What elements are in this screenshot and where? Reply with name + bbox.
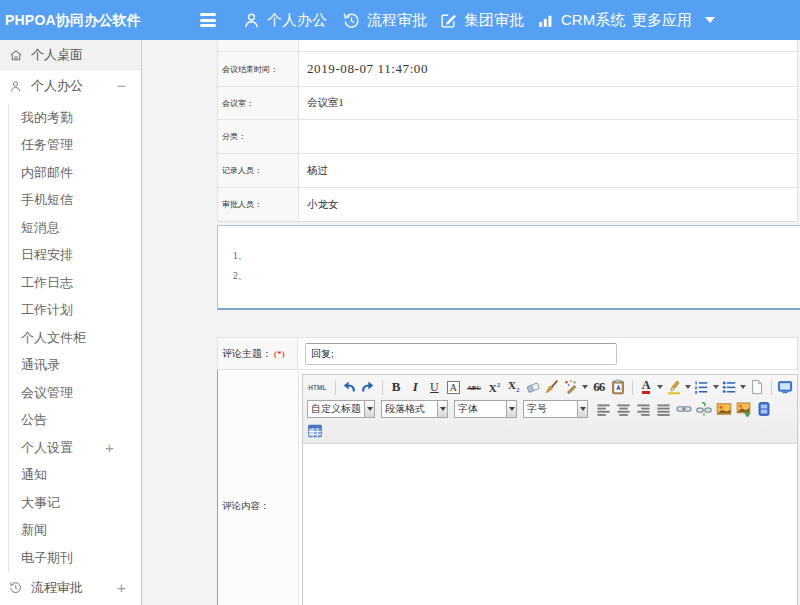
nav-item-crm[interactable]: CRM系统 xyxy=(537,0,625,40)
new-page-button[interactable] xyxy=(748,378,766,397)
auto-typeset-button[interactable] xyxy=(562,378,580,397)
sidebar-item-internal-mail[interactable]: 内部邮件 xyxy=(9,159,141,187)
strikethrough-button[interactable]: ABC xyxy=(464,378,485,397)
redo-button[interactable] xyxy=(359,378,377,397)
nav-item-more-apps[interactable]: 更多应用 xyxy=(632,0,715,40)
sidebar-item-desktop[interactable]: 个人桌面 xyxy=(0,40,141,70)
blockquote-button[interactable]: 66 xyxy=(590,378,608,397)
insert-media-button[interactable] xyxy=(754,400,773,419)
auto-typeset-caret[interactable] xyxy=(581,378,590,397)
fullscreen-button[interactable] xyxy=(776,378,794,397)
sidebar-item-label: 会议管理 xyxy=(21,384,73,402)
sidebar-item-memorabilia[interactable]: 大事记 xyxy=(9,489,141,517)
underline-button[interactable]: U xyxy=(425,378,443,397)
ordered-list-button[interactable] xyxy=(692,378,710,397)
link-icon xyxy=(676,401,692,417)
nav-item-label: CRM系统 xyxy=(561,11,625,30)
align-center-button[interactable] xyxy=(614,400,633,419)
sidebar-item-sms[interactable]: 手机短信 xyxy=(9,187,141,215)
font-name-button[interactable]: A xyxy=(444,378,462,397)
upload-image-button[interactable] xyxy=(734,400,753,419)
sidebar-item-short-message[interactable]: 短消息 xyxy=(9,214,141,242)
subscript-button[interactable]: X2 xyxy=(505,378,523,397)
field-value-cell xyxy=(298,338,797,369)
undo-button[interactable] xyxy=(340,378,358,397)
bold-button[interactable]: B xyxy=(387,378,405,397)
history-icon xyxy=(8,580,23,595)
sidebar-item-meeting-management[interactable]: 会议管理 xyxy=(9,379,141,407)
sidebar-item-schedule[interactable]: 日程安排 xyxy=(9,242,141,270)
font-size-select[interactable]: 字号 xyxy=(523,400,588,418)
select-caret[interactable] xyxy=(506,400,517,418)
source-code-button[interactable]: HTML xyxy=(305,378,330,397)
nav-item-workflow-approval[interactable]: 流程审批 xyxy=(343,0,427,40)
italic-button[interactable]: I xyxy=(406,378,424,397)
nav-item-label: 个人办公 xyxy=(267,11,327,30)
sidebar-item-contacts[interactable]: 通讯录 xyxy=(9,352,141,380)
compose-icon xyxy=(440,12,457,29)
sidebar-group-workflow-approval[interactable]: 流程审批 + xyxy=(0,574,141,602)
select-caret[interactable] xyxy=(364,400,375,418)
sidebar-item-file-cabinet[interactable]: 个人文件柜 xyxy=(9,324,141,352)
select-caret[interactable] xyxy=(577,400,588,418)
unordered-list-button[interactable] xyxy=(720,378,738,397)
format-brush-button[interactable] xyxy=(543,378,561,397)
expand-icon[interactable]: + xyxy=(116,579,127,597)
paste-from-word-button[interactable] xyxy=(609,378,627,397)
unordered-list-caret[interactable] xyxy=(739,378,748,397)
insert-image-button[interactable] xyxy=(714,400,733,419)
minutes-line: 1、 xyxy=(233,246,790,266)
meeting-detail-table: 会议结束时间： 2019-08-07 11:47:00 会议室： 会议室1 分类… xyxy=(217,40,798,222)
home-icon xyxy=(8,47,23,62)
select-caret[interactable] xyxy=(437,400,448,418)
font-color-button[interactable]: A xyxy=(637,378,655,397)
superscript-button[interactable]: X2 xyxy=(486,378,504,397)
select-value: 段落格式 xyxy=(381,400,437,418)
sidebar-item-announcement[interactable]: 公告 xyxy=(9,407,141,435)
expand-icon[interactable]: + xyxy=(104,439,115,457)
remove-link-button[interactable] xyxy=(694,400,713,419)
insert-table-button[interactable] xyxy=(305,422,324,441)
sidebar-item-notification[interactable]: 通知 xyxy=(9,462,141,490)
sidebar-item-work-plan[interactable]: 工作计划 xyxy=(9,297,141,325)
comment-subject-row: 评论主题：(*) xyxy=(217,337,798,370)
editor-content-area[interactable] xyxy=(303,444,797,605)
ordered-list-caret[interactable] xyxy=(712,378,721,397)
sidebar-item-attendance[interactable]: 我的考勤 xyxy=(9,104,141,132)
sidebar-item-news[interactable]: 新闻 xyxy=(9,517,141,545)
sidebar-item-e-journal[interactable]: 电子期刊 xyxy=(9,544,141,572)
nav-item-group-approval[interactable]: 集团审批 xyxy=(440,0,524,40)
editor-cell: HTML B I U A ABC X2 xyxy=(299,370,798,605)
field-label: 会议结束时间： xyxy=(218,52,299,86)
field-value xyxy=(299,40,797,51)
sidebar-item-label: 通知 xyxy=(21,466,47,484)
sidebar-item-work-log[interactable]: 工作日志 xyxy=(9,269,141,297)
table-row-approver: 审批人员： 小龙女 xyxy=(218,188,797,222)
align-justify-button[interactable] xyxy=(654,400,673,419)
sidebar-item-label: 工作日志 xyxy=(21,274,73,292)
align-right-button[interactable] xyxy=(634,400,653,419)
font-color-caret[interactable] xyxy=(656,378,665,397)
remove-format-button[interactable] xyxy=(524,378,542,397)
table-row-partial xyxy=(218,40,797,52)
font-family-select[interactable]: 字体 xyxy=(454,400,517,418)
sidebar-item-tasks[interactable]: 任务管理 xyxy=(9,132,141,160)
ordered-list-icon xyxy=(693,379,709,395)
collapse-icon[interactable]: − xyxy=(116,77,127,95)
paragraph-format-select[interactable]: 段落格式 xyxy=(381,400,448,418)
highlight-color-caret[interactable] xyxy=(684,378,693,397)
field-label: 评论内容： xyxy=(218,370,299,605)
sidebar-item-label: 个人设置 xyxy=(21,439,73,457)
highlight-color-button[interactable] xyxy=(665,378,683,397)
select-value: 字号 xyxy=(523,400,577,418)
nav-item-personal-office[interactable]: 个人办公 xyxy=(243,0,327,40)
insert-link-button[interactable] xyxy=(674,400,693,419)
hamburger-icon[interactable] xyxy=(200,13,216,27)
nav-item-label: 集团审批 xyxy=(464,11,524,30)
sidebar-item-personal-settings[interactable]: 个人设置+ xyxy=(9,434,141,462)
field-label xyxy=(218,40,299,51)
sidebar-group-personal-office[interactable]: 个人办公 − xyxy=(0,72,141,100)
heading-style-select[interactable]: 自定义标题 xyxy=(307,400,375,418)
align-left-button[interactable] xyxy=(594,400,613,419)
comment-subject-input[interactable] xyxy=(305,343,617,365)
